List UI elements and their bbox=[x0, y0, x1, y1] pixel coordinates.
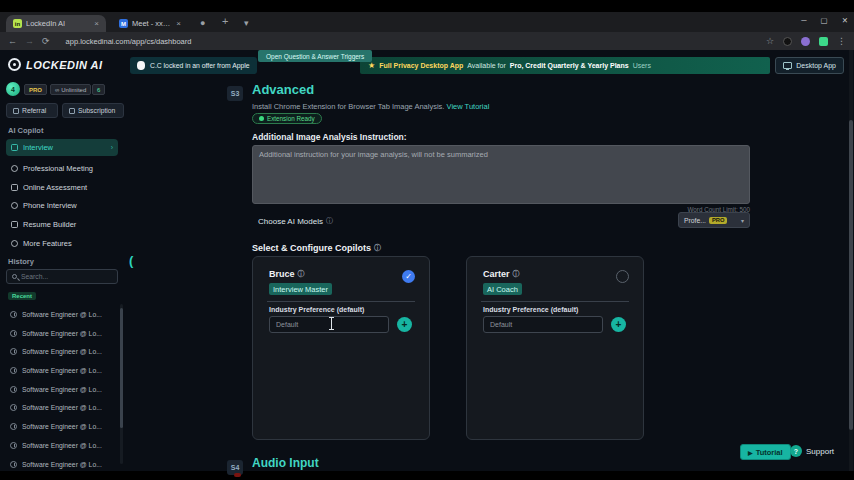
bookmark-star-icon[interactable]: ☆ bbox=[766, 36, 774, 46]
tab-close-icon[interactable]: × bbox=[94, 19, 99, 28]
instruction-textarea[interactable] bbox=[252, 145, 750, 204]
sidebar-item-more-features[interactable]: More Features bbox=[6, 236, 118, 251]
unlimited-badge: ∞ Unlimited bbox=[50, 84, 91, 95]
history-item-label: Software Engineer @ Lo... bbox=[22, 461, 102, 468]
copilot-role-badge: Interview Master bbox=[269, 283, 332, 295]
info-icon[interactable]: ⓘ bbox=[298, 269, 305, 279]
industry-pref-input[interactable] bbox=[269, 316, 389, 333]
clock-icon bbox=[10, 404, 17, 411]
description-text: Install Chrome Extension for Browser Tab… bbox=[252, 102, 444, 111]
copilot-name: Carter ⓘ bbox=[483, 269, 520, 279]
sidebar-item-interview[interactable]: Interview › bbox=[6, 139, 118, 156]
industry-pref-label: Industry Preference (default) bbox=[483, 306, 578, 313]
page-scrollbar-thumb[interactable] bbox=[849, 120, 853, 430]
nav-label: Online Assessment bbox=[23, 183, 87, 192]
history-item[interactable]: Software Engineer @ Lo... bbox=[10, 327, 114, 340]
view-tutorial-link[interactable]: View Tutorial bbox=[447, 102, 490, 111]
back-button[interactable]: ← bbox=[8, 36, 17, 46]
audio-input-title: Audio Input bbox=[252, 456, 319, 470]
subscription-icon bbox=[69, 108, 75, 114]
browser-menu-icon[interactable]: ⋮ bbox=[837, 36, 846, 46]
sidebar-item-online-assessment[interactable]: Online Assessment bbox=[6, 180, 118, 195]
referral-button[interactable]: Referral bbox=[6, 103, 58, 118]
banner-plans: Pro, Credit Quarterly & Yearly Plans bbox=[510, 62, 629, 69]
lockedin-logo-icon bbox=[8, 58, 21, 71]
browser-addressbar: ← → ⟳ app.lockedinai.com/app/cs/dashboar… bbox=[0, 32, 854, 50]
sidebar-collapse-handle[interactable]: ( bbox=[129, 253, 133, 268]
window-maximize-button[interactable]: ▢ bbox=[821, 16, 828, 25]
infinity-icon: ∞ bbox=[55, 87, 59, 93]
clock-icon bbox=[10, 461, 17, 468]
url-text: app.lockedinai.com/app/cs/dashboard bbox=[66, 37, 192, 46]
sidebar-item-phone-interview[interactable]: Phone Interview bbox=[6, 198, 118, 213]
tab-close-icon[interactable]: × bbox=[176, 19, 181, 28]
copilot-name-text: Carter bbox=[483, 269, 510, 279]
referral-label: Referral bbox=[22, 107, 46, 114]
industry-pref-input[interactable] bbox=[483, 316, 603, 333]
industry-pref-label: Industry Preference (default) bbox=[269, 306, 364, 313]
clock-icon bbox=[10, 330, 17, 337]
sidebar-scrollbar[interactable] bbox=[120, 304, 123, 464]
forward-button[interactable]: → bbox=[25, 36, 34, 46]
new-tab-button[interactable]: + bbox=[222, 16, 228, 26]
copilot-selected-checkbox[interactable]: ✓ bbox=[402, 270, 415, 283]
browser-profile-icon[interactable] bbox=[801, 37, 810, 46]
window-close-button[interactable]: ✕ bbox=[842, 16, 848, 25]
banner-suffix: Users bbox=[633, 62, 651, 69]
copilots-section-title: Select & Configure Copilots ⓘ bbox=[252, 243, 381, 253]
history-item[interactable]: Software Engineer @ Lo... bbox=[10, 383, 114, 396]
assessment-icon bbox=[11, 184, 18, 191]
tutorial-label: Tutorial bbox=[756, 448, 783, 457]
window-minimize-button[interactable]: ─ bbox=[801, 16, 806, 25]
copilot-card-bruce[interactable]: Bruce ⓘ ✓ Interview Master Industry Pref… bbox=[252, 256, 430, 440]
copilot-card-carter[interactable]: Carter ⓘ AI Coach Industry Preference (d… bbox=[466, 256, 644, 440]
history-item[interactable]: Software Engineer @ Lo... bbox=[10, 308, 114, 321]
extension-status-badge: Extension Ready bbox=[252, 113, 322, 124]
tab-meet[interactable]: M Meet - xxx-xxxx-xxx × bbox=[112, 15, 188, 32]
lockedin-extension-icon[interactable] bbox=[819, 37, 828, 46]
extension-icon[interactable] bbox=[783, 37, 792, 46]
info-icon[interactable]: ⓘ bbox=[513, 269, 520, 279]
browser-tabstrip: in LockedIn AI × M Meet - xxx-xxxx-xxx ×… bbox=[0, 12, 854, 32]
history-item-label: Software Engineer @ Lo... bbox=[22, 367, 102, 374]
add-preference-button[interactable]: + bbox=[397, 317, 412, 332]
banner-mid: Available for bbox=[467, 62, 505, 69]
add-preference-button[interactable]: + bbox=[611, 317, 626, 332]
tab-search-icon[interactable]: ▾ bbox=[244, 18, 249, 28]
history-item[interactable]: Software Engineer @ Lo... bbox=[10, 345, 114, 358]
sidebar-item-resume-builder[interactable]: Resume Builder bbox=[6, 217, 118, 232]
history-item[interactable]: Software Engineer @ Lo... bbox=[10, 401, 114, 414]
history-item[interactable]: Software Engineer @ Lo... bbox=[10, 420, 114, 433]
nav-label: Interview bbox=[23, 143, 53, 152]
history-item[interactable]: Software Engineer @ Lo... bbox=[10, 439, 114, 452]
chevron-right-icon: › bbox=[111, 144, 113, 151]
meet-favicon-icon: M bbox=[119, 19, 128, 28]
history-item[interactable]: Software Engineer @ Lo... bbox=[10, 364, 114, 377]
tab-title: LockedIn AI bbox=[26, 19, 65, 28]
info-icon[interactable]: ⓘ bbox=[326, 216, 333, 226]
sidebar-item-professional-meeting[interactable]: Professional Meeting bbox=[6, 161, 118, 176]
history-search-input[interactable] bbox=[21, 273, 101, 280]
copilot-name-text: Bruce bbox=[269, 269, 295, 279]
support-button[interactable]: ? Support bbox=[790, 445, 834, 457]
tutorial-button[interactable]: ▶ Tutorial bbox=[740, 444, 791, 460]
page-scrollbar[interactable] bbox=[849, 50, 853, 471]
copilot-unselected-radio[interactable] bbox=[616, 270, 629, 283]
desktop-app-button[interactable]: Desktop App bbox=[775, 57, 844, 74]
history-title: History bbox=[8, 257, 34, 266]
model-dropdown[interactable]: Profe... PRO ▾ bbox=[678, 212, 750, 228]
credits-badge: 4 bbox=[6, 82, 20, 96]
info-icon[interactable]: ⓘ bbox=[374, 243, 381, 253]
history-search[interactable] bbox=[6, 269, 118, 284]
sidebar-scrollbar-thumb[interactable] bbox=[120, 308, 123, 428]
app-window: LOCKEDIN AI C.C locked in an offer from … bbox=[0, 50, 854, 471]
history-item-label: Software Engineer @ Lo... bbox=[22, 423, 102, 430]
subscription-button[interactable]: Subscription bbox=[62, 103, 124, 118]
history-item[interactable]: Software Engineer @ Lo... bbox=[10, 458, 114, 471]
reload-button[interactable]: ⟳ bbox=[42, 36, 50, 46]
qa-triggers-button[interactable]: Open Question & Answer Triggers bbox=[258, 50, 372, 62]
tab-lockedin[interactable]: in LockedIn AI × bbox=[6, 15, 106, 32]
history-item-label: Software Engineer @ Lo... bbox=[22, 311, 102, 318]
sidebar-section-title: AI Copilot bbox=[8, 126, 43, 135]
url-field[interactable]: app.lockedinai.com/app/cs/dashboard bbox=[58, 35, 458, 48]
